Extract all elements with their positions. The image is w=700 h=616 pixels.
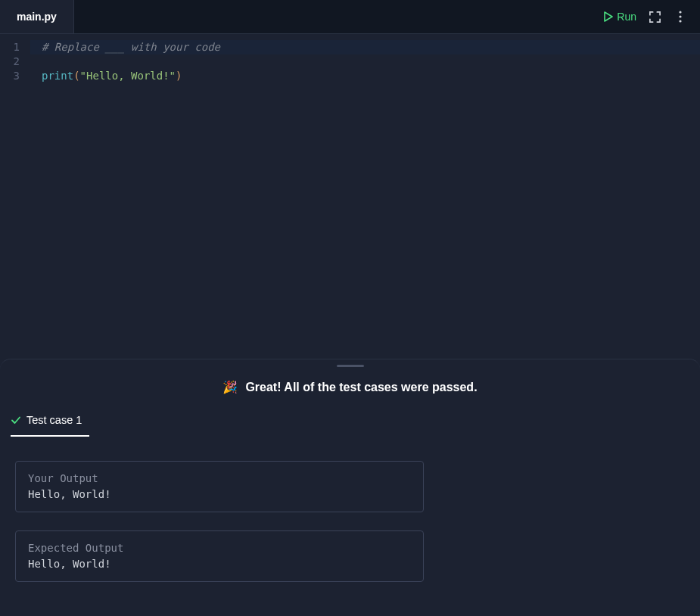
run-label: Run (617, 11, 636, 23)
more-menu-button[interactable] (673, 9, 688, 24)
code-editor[interactable]: 1 2 3 # Replace ___ with your code print… (0, 34, 700, 359)
success-banner: 🎉 Great! All of the test cases were pass… (0, 372, 700, 408)
test-tab-label: Test case 1 (26, 414, 82, 426)
banner-text: Great! All of the test cases were passed… (245, 381, 477, 394)
test-tabs: Test case 1 (0, 408, 700, 437)
line-number: 3 (0, 69, 20, 83)
svg-point-0 (679, 11, 681, 13)
play-icon (604, 11, 613, 22)
token-comment: # Replace ___ with your code (42, 41, 220, 53)
line-gutter: 1 2 3 (0, 40, 30, 359)
token-paren: ) (176, 70, 182, 82)
tab-area: main.py (0, 0, 74, 33)
your-output-box: Your Output Hello, World! (15, 461, 424, 512)
party-icon: 🎉 (222, 380, 238, 394)
your-output-value: Hello, World! (28, 487, 411, 502)
output-panel: 🎉 Great! All of the test cases were pass… (0, 372, 700, 616)
grip-icon (337, 365, 364, 367)
line-number: 1 (0, 40, 20, 54)
header-actions: Run (604, 9, 700, 24)
editor-panel: main.py Run (0, 0, 700, 359)
expected-output-box: Expected Output Hello, World! (15, 530, 424, 582)
test-content: Your Output Hello, World! Expected Outpu… (0, 437, 700, 597)
file-tab-main[interactable]: main.py (0, 0, 74, 33)
token-paren: ( (73, 70, 79, 82)
expected-output-label: Expected Output (28, 540, 411, 556)
line-number: 2 (0, 54, 20, 69)
token-string: "Hello, World!" (80, 70, 176, 82)
svg-point-2 (679, 20, 681, 22)
editor-header: main.py Run (0, 0, 700, 34)
svg-point-1 (679, 15, 681, 17)
fullscreen-button[interactable] (647, 9, 662, 24)
tab-test-case-1[interactable]: Test case 1 (11, 408, 89, 437)
more-vertical-icon (679, 11, 682, 23)
fullscreen-icon (649, 11, 661, 23)
expected-output-value: Hello, World! (28, 556, 411, 572)
token-func: print (42, 70, 73, 82)
file-tab-label: main.py (17, 11, 57, 23)
panel-resize-handle[interactable] (0, 359, 700, 372)
run-button[interactable]: Run (604, 11, 636, 23)
code-line[interactable]: print("Hello, World!") (30, 69, 700, 83)
check-icon (11, 415, 21, 425)
code-content: # Replace ___ with your code print("Hell… (30, 40, 700, 359)
code-line[interactable] (30, 54, 700, 69)
code-line[interactable]: # Replace ___ with your code (30, 40, 700, 54)
your-output-label: Your Output (28, 471, 411, 487)
